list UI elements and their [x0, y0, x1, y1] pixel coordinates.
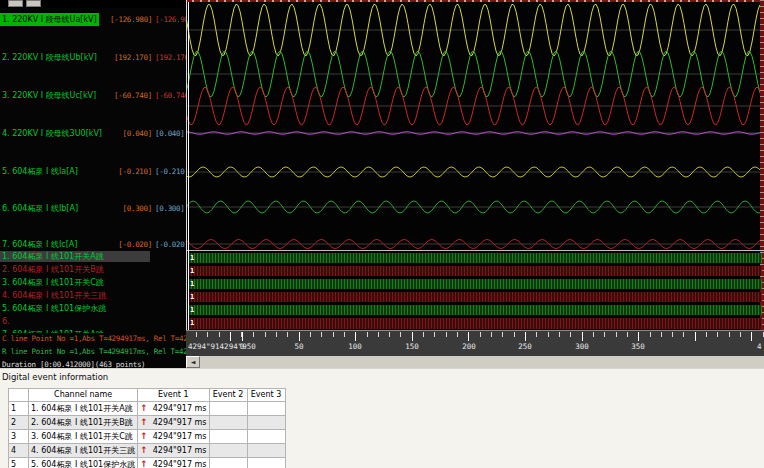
- row-number: 4: [9, 444, 29, 458]
- digital-event-table: Channel name Event 1 Event 2 Event 3 1 1…: [8, 388, 286, 468]
- cursor-value: [192.170]: [110, 51, 152, 64]
- digital-channel-label: 2. 604柘泉 I 线101开关B跳: [0, 265, 104, 274]
- row-event3: [247, 430, 285, 444]
- row-event1: ↑4294"917 ms: [138, 402, 209, 416]
- wave-viewer-window: 111111 1. 220KV I 段母线Ua[kV] [-126.980] […: [0, 0, 764, 468]
- digital-channel-row-3[interactable]: 3. 604柘泉 I 线101开关C跳: [0, 277, 186, 288]
- channel-label: 5. 604柘泉 I 线Ia[A]: [2, 165, 78, 178]
- digital-channel-row-6[interactable]: 6.: [0, 316, 186, 327]
- cursor-value: [0.300]: [110, 202, 152, 215]
- ref-value: [-126.980]: [155, 13, 186, 26]
- axis-tick-label: 150: [405, 342, 419, 351]
- header-event2: Event 2: [209, 389, 247, 402]
- digital-trace-4: 1: [188, 292, 762, 302]
- table-row[interactable]: 4 4. 604柘泉 I 线101开关三跳 ↑4294"917 ms: [9, 444, 286, 458]
- ref-value: [192.170]: [155, 51, 186, 64]
- duration-status: Duration [0:00.412000](463 points): [2, 359, 186, 368]
- digital-trace-6: 1: [188, 318, 762, 329]
- row-channel: 4. 604柘泉 I 线101开关三跳: [29, 444, 138, 458]
- row-channel: 5. 604柘泉 I 线101保护永跳: [29, 458, 138, 468]
- digital-channel-label: 4. 604柘泉 I 线101开关三跳: [0, 291, 106, 300]
- digital-state-value: 1: [190, 305, 194, 315]
- channel-label: 2. 220KV I 段母线Ub[kV]: [2, 51, 97, 64]
- major-ticks: [186, 332, 764, 341]
- axis-tick-label: 350: [631, 342, 645, 351]
- analog-channel-row-7[interactable]: 7. 604柘泉 I 线Ic[A] [-0.020] [-0.020]: [0, 238, 186, 252]
- digital-channel-label: 6.: [0, 317, 10, 326]
- row-number: 3: [9, 430, 29, 444]
- axis-tick-label: 200: [462, 342, 476, 351]
- analog-channel-row-3[interactable]: 3. 220KV I 段母线Uc[kV] [-60.740] [-60.740]: [0, 89, 186, 103]
- analog-channel-row-2[interactable]: 2. 220KV I 段母线Ub[kV] [192.170] [192.170]: [0, 51, 186, 65]
- channel-label: 3. 220KV I 段母线Uc[kV]: [2, 89, 96, 102]
- row-event2: [209, 416, 247, 430]
- rising-edge-arrow-icon: ↑: [140, 431, 153, 441]
- digital-channel-row-4[interactable]: 4. 604柘泉 I 线101开关三跳: [0, 290, 186, 301]
- axis-tick-label: 100: [348, 342, 362, 351]
- table-row[interactable]: 1 1. 604柘泉 I 线101开关A跳 ↑4294"917 ms: [9, 402, 286, 416]
- ref-value: [-60.740]: [155, 89, 186, 102]
- digital-state-value: 1: [190, 318, 194, 328]
- row-channel: 1. 604柘泉 I 线101开关A跳: [29, 402, 138, 416]
- digital-channel-label: 3. 604柘泉 I 线101开关C跳: [0, 278, 104, 287]
- table-row[interactable]: 5 5. 604柘泉 I 线101保护永跳 ↑4294"917 ms: [9, 458, 286, 468]
- row-event1: ↑4294"917 ms: [138, 458, 209, 468]
- event-time: 4294"917 ms: [153, 404, 207, 413]
- row-event3: [247, 402, 285, 416]
- r-cursor-status: R line Point No =1,Abs T=4294917ms, Rel …: [2, 346, 186, 358]
- cursor-value: [-60.740]: [110, 89, 152, 102]
- analog-channel-row-4[interactable]: 4. 220KV I 段母线3U0[kV] [0.040] [0.040]: [0, 127, 186, 141]
- digital-channel-row-5[interactable]: 5. 604柘泉 I 线101保护永跳: [0, 303, 186, 314]
- analog-channel-row-1[interactable]: 1. 220KV I 段母线Ua[kV] [-126.980] [-126.98…: [0, 13, 186, 27]
- event-time: 4294"917 ms: [153, 432, 207, 441]
- rising-edge-arrow-icon: ↑: [140, 445, 153, 455]
- channel-label: 6. 604柘泉 I 线Ib[A]: [2, 202, 78, 215]
- time-axis: 4294"914294"950 0 50 100 150 200 250 300…: [186, 330, 764, 357]
- channel-label: 7. 604柘泉 I 线Ic[A]: [2, 238, 77, 251]
- rising-edge-arrow-icon: ↑: [140, 459, 153, 468]
- ref-value: [0.040]: [155, 127, 186, 140]
- toolbar-button[interactable]: [26, 0, 41, 7]
- horizontal-scrollbar[interactable]: ◄: [186, 356, 764, 368]
- panel-separator: [186, 0, 187, 368]
- header-event3: Event 3: [247, 389, 285, 402]
- row-event2: [209, 444, 247, 458]
- event-time: 4294"917 ms: [153, 418, 207, 427]
- table-row[interactable]: 3 3. 604柘泉 I 线101开关C跳 ↑4294"917 ms: [9, 430, 286, 444]
- scroll-left-arrow-icon[interactable]: ◄: [186, 356, 200, 368]
- table-row[interactable]: 2 2. 604柘泉 I 线101开关B跳 ↑4294"917 ms: [9, 416, 286, 430]
- row-number: 1: [9, 402, 29, 416]
- event-section: Digital event information Channel name E…: [0, 368, 764, 468]
- channel-label: 4. 220KV I 段母线3U0[kV]: [2, 127, 102, 140]
- row-event1: ↑4294"917 ms: [138, 416, 209, 430]
- rising-edge-arrow-icon: ↑: [140, 403, 153, 413]
- row-number: 5: [9, 458, 29, 468]
- cursor-value: [-0.020]: [110, 238, 152, 251]
- rising-edge-arrow-icon: ↑: [140, 417, 153, 427]
- digital-state-value: 1: [190, 266, 194, 276]
- digital-state-value: 1: [190, 279, 194, 289]
- analog-channel-row-5[interactable]: 5. 604柘泉 I 线Ia[A] [-0.210] [-0.210]: [0, 165, 186, 179]
- event-time: 4294"917 ms: [153, 460, 207, 468]
- time-cursor-line[interactable]: [188, 2, 189, 330]
- row-event2: [209, 458, 247, 468]
- digital-channel-label: 1. 604柘泉 I 线101开关A跳: [0, 252, 104, 261]
- digital-trace-1: 1: [188, 253, 762, 263]
- digital-trace-5: 1: [188, 305, 762, 315]
- c-cursor-status: C line Point No =1,Abs T=4294917ms, Rel …: [2, 333, 186, 345]
- digital-channel-row-2[interactable]: 2. 604柘泉 I 线101开关B跳: [0, 264, 186, 275]
- ref-value: [0.300]: [155, 202, 186, 215]
- channel-label: 1. 220KV I 段母线Ua[kV]: [0, 13, 99, 26]
- toolbar-button[interactable]: [8, 0, 23, 7]
- analog-channel-row-6[interactable]: 6. 604柘泉 I 线Ib[A] [0.300] [0.300]: [0, 202, 186, 216]
- axis-tick-label: 0: [240, 342, 245, 351]
- table-header-row: Channel name Event 1 Event 2 Event 3: [9, 389, 286, 402]
- axis-label-overlap: 4294"914294"950: [188, 342, 256, 351]
- row-event3: [247, 416, 285, 430]
- fault-time-marker-strip: [186, 0, 764, 2]
- row-number: 2: [9, 416, 29, 430]
- cursor-value: [-0.210]: [110, 165, 152, 178]
- row-event2: [209, 430, 247, 444]
- cursor-value: [0.040]: [110, 127, 152, 140]
- digital-channel-row-1[interactable]: 1. 604柘泉 I 线101开关A跳: [0, 251, 150, 262]
